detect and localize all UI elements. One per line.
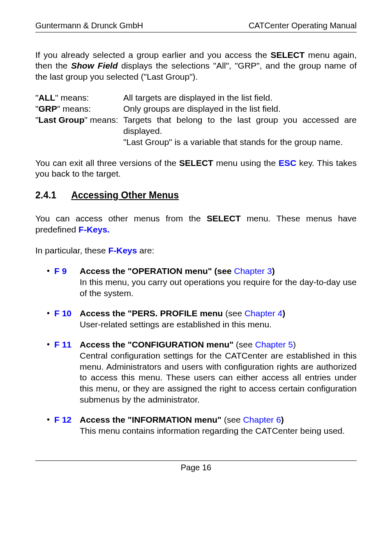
list-item-f10: • F 10 Access the "PERS. PROFILE menu (s… [35,308,357,330]
fkey-label: F 9 [54,266,80,277]
access-paragraph: You can access other menus from the SELE… [35,213,357,235]
section-title: Accessing Other Menus [71,189,179,201]
section-heading: 2.4.1 Accessing Other Menus [35,189,357,201]
def-row-last: "Last Group" means: Targets that belong … [35,115,357,148]
fkey-list: • F 9 Access the "OPERATION menu" (see C… [35,266,357,436]
fkey-label: F 11 [54,339,80,350]
bullet-icon: • [35,414,54,425]
bullet-icon: • [35,308,54,319]
in-particular-paragraph: In particular, these F-Keys are: [35,245,357,256]
page-header: Guntermann & Drunck GmbH CATCenter Opera… [35,21,357,32]
def-desc-last: Targets that belong to the last group yo… [123,115,357,148]
fkey-label: F 12 [54,414,80,426]
bullet-icon: • [35,266,54,276]
section-number: 2.4.1 [35,189,56,201]
header-right: CATCenter Operating Manual [249,21,357,31]
def-desc-all: All targets are displayed in the list fi… [123,92,357,104]
def-term-last: "Last Group" means: [35,115,123,148]
fkey-body: Access the "INFORMATION menu" (see Chapt… [80,414,357,437]
fkey-body: Access the "PERS. PROFILE menu (see Chap… [80,308,357,330]
fkey-body: Access the "OPERATION menu" (see Chapter… [80,266,357,299]
page-footer: Page 16 [35,460,357,473]
page-number: Page 16 [181,463,212,472]
list-item-f12: • F 12 Access the "INFORMATION menu" (se… [35,414,357,437]
intro-paragraph: If you already selected a group earlier … [35,50,357,83]
def-desc-grp: Only groups are displayed in the list fi… [123,104,357,115]
exit-paragraph: You can exit all three versions of the S… [35,158,357,180]
def-term-all: "ALL" means: [35,92,123,104]
fkey-body: Access the "CONFIGURATION menu" (see Cha… [80,339,357,405]
def-term-grp: "GRP" means: [35,104,123,115]
bullet-icon: • [35,339,54,350]
fkey-label: F 10 [54,308,80,319]
definitions-block: "ALL" means: All targets are displayed i… [35,92,357,147]
list-item-f11: • F 11 Access the "CONFIGURATION menu" (… [35,339,357,405]
header-left: Guntermann & Drunck GmbH [35,21,143,31]
def-row-all: "ALL" means: All targets are displayed i… [35,92,357,104]
def-row-grp: "GRP" means: Only groups are displayed i… [35,104,357,115]
list-item-f9: • F 9 Access the "OPERATION menu" (see C… [35,266,357,299]
